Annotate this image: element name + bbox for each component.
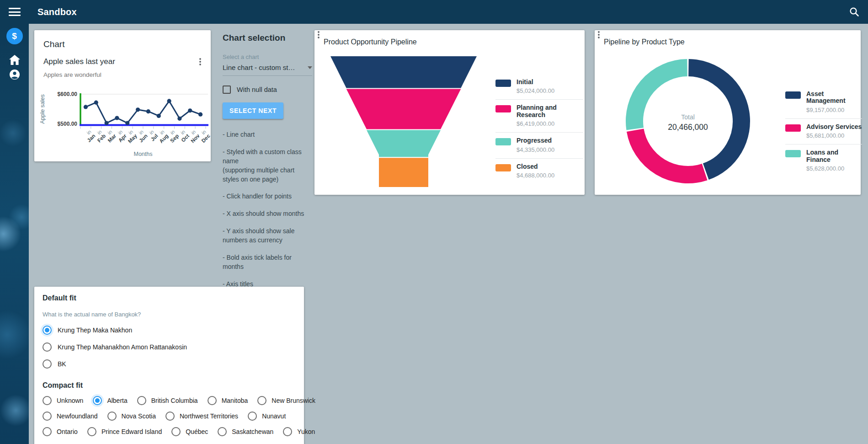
legend-item[interactable]: Initial$5,024,000.00: [495, 74, 583, 99]
line-point[interactable]: [157, 114, 161, 118]
x-axis-title: Months: [134, 151, 153, 157]
line-point[interactable]: [84, 105, 88, 109]
funnel-segment-1[interactable]: [330, 56, 477, 88]
radio-option[interactable]: Yukon: [283, 427, 315, 436]
line-point[interactable]: [115, 116, 119, 120]
funnel-segment-3[interactable]: [367, 130, 441, 157]
radio-option[interactable]: British Columbia: [137, 396, 198, 405]
chart-panel-title: Chart: [43, 39, 202, 49]
line-point[interactable]: [188, 108, 192, 112]
radio-unselected: [165, 412, 175, 421]
radio-unselected: [248, 412, 257, 421]
chevron-down-icon: [308, 66, 312, 69]
radio-label: Québec: [186, 428, 208, 435]
line-point[interactable]: [136, 107, 140, 112]
radio-option[interactable]: New Brunswick: [257, 396, 315, 405]
radio-label: Manitoba: [222, 397, 248, 404]
legend-item[interactable]: Planning and Research$6,419,000.00: [495, 99, 583, 132]
radio-option[interactable]: Newfoundland: [43, 412, 98, 421]
radio-unselected: [43, 342, 52, 352]
feature-item: - X axis should show months: [223, 209, 312, 219]
legend-text: Planning and Research$6,419,000.00: [517, 104, 583, 127]
legend-label: Initial: [517, 79, 554, 86]
radio-label: Yukon: [297, 428, 315, 435]
legend-value: $5,024,000.00: [517, 87, 554, 94]
radio-label: New Brunswick: [272, 397, 315, 404]
line-point[interactable]: [94, 101, 98, 105]
radio-label: Nunavut: [262, 412, 286, 420]
radio-label: British Columbia: [151, 397, 198, 404]
radio-label: Ontario: [57, 428, 78, 435]
radio-option[interactable]: Krung Thep Mahanakhon Amon Rattanakosin: [43, 342, 296, 352]
select-next-button[interactable]: SELECT NEXT: [223, 102, 283, 119]
radio-unselected: [208, 396, 217, 405]
line-point[interactable]: [198, 112, 202, 117]
kebab-menu-icon[interactable]: [195, 57, 205, 67]
radio-label: Northwest Territories: [180, 412, 238, 420]
with-null-data-checkbox[interactable]: With null data: [223, 86, 312, 94]
legend-value: $4,688,000.00: [517, 172, 554, 179]
radio-option[interactable]: Alberta: [93, 396, 127, 405]
sidebar-item-home[interactable]: [0, 55, 29, 65]
sidebar-item-account[interactable]: [0, 69, 29, 80]
radio-label: Unknown: [57, 397, 83, 404]
legend-item[interactable]: Advisory Services$5,681,000.00: [785, 118, 862, 144]
line-point[interactable]: [146, 109, 150, 113]
legend-swatch: [495, 105, 511, 112]
app-title: Sandbox: [37, 7, 77, 17]
radio-label: Saskatchewan: [232, 428, 273, 435]
sidebar: $: [0, 24, 29, 444]
radio-selected: [93, 396, 102, 405]
line-chart-subtitle: Apples are wonderful: [43, 71, 202, 78]
funnel-chart-card: Product Opportunity Pipeline Initial$5,0…: [314, 30, 585, 195]
radio-option[interactable]: Manitoba: [208, 396, 248, 405]
compact-fit-title: Compact fit: [43, 381, 296, 390]
legend-swatch: [785, 124, 801, 132]
feature-list: - Line chart- Styled with a custom class…: [223, 130, 312, 289]
legend-item[interactable]: Loans and Finance$5,628,000.00: [785, 144, 862, 177]
radio-option[interactable]: Krung Thep Maka Nakhon: [43, 326, 296, 335]
legend-item[interactable]: Asset Management$9,157,000.00: [785, 86, 862, 118]
radio-option[interactable]: Unknown: [43, 396, 83, 405]
line-point[interactable]: [104, 121, 108, 125]
legend-label: Advisory Services: [806, 123, 862, 130]
radio-option[interactable]: Québec: [171, 427, 208, 436]
legend-text: Advisory Services$5,681,000.00: [806, 123, 862, 139]
radio-unselected: [171, 427, 181, 436]
radio-option[interactable]: BK: [43, 359, 296, 369]
legend-value: $4,335,000.00: [517, 146, 554, 153]
radio-label: BK: [58, 360, 66, 368]
radio-option[interactable]: Northwest Territories: [165, 412, 238, 421]
sidebar-item-sandbox[interactable]: $: [0, 28, 29, 44]
line-point[interactable]: [125, 121, 129, 125]
line-point[interactable]: [177, 117, 181, 121]
select-chart-label: Select a chart: [223, 53, 312, 60]
chart-selection-panel: Chart selection Select a chart Line char…: [223, 33, 312, 297]
radio-option[interactable]: Saskatchewan: [218, 427, 273, 436]
radio-option[interactable]: Ontario: [43, 427, 78, 436]
funnel-segment-4[interactable]: [379, 158, 428, 187]
line-point[interactable]: [167, 99, 171, 103]
fit-card: Default fit What is the actual name of B…: [34, 287, 304, 444]
hamburger-menu-icon[interactable]: [9, 8, 21, 16]
search-icon[interactable]: [848, 6, 860, 18]
radio-option[interactable]: Nova Scotia: [107, 412, 156, 421]
y-tick-label: $500.00: [58, 121, 78, 127]
chart-select-value: Line chart - custom st…: [223, 64, 295, 71]
chart-select-dropdown[interactable]: Line chart - custom st…: [223, 64, 312, 76]
radio-unselected: [87, 427, 96, 436]
radio-unselected: [43, 396, 52, 405]
radio-option[interactable]: Nunavut: [248, 412, 286, 421]
feature-item: - Styled with a custom class name (suppo…: [223, 148, 312, 184]
donut-slice-2[interactable]: [635, 130, 705, 175]
radio-unselected: [257, 396, 266, 405]
line-chart-canvas: $600.00$500.00inJaninFebinMarinAprinMayi…: [34, 86, 211, 161]
legend-swatch: [785, 91, 801, 99]
line-chart-title: Apple sales last year: [43, 57, 115, 67]
radio-option[interactable]: Prince Edward Island: [87, 427, 162, 436]
line-series: [85, 101, 200, 123]
legend-item[interactable]: Progressed$4,335,000.00: [495, 132, 583, 158]
funnel-segment-2[interactable]: [346, 89, 461, 129]
legend-item[interactable]: Closed$4,688,000.00: [495, 158, 583, 184]
x-tick-label: inJan: [82, 129, 96, 143]
